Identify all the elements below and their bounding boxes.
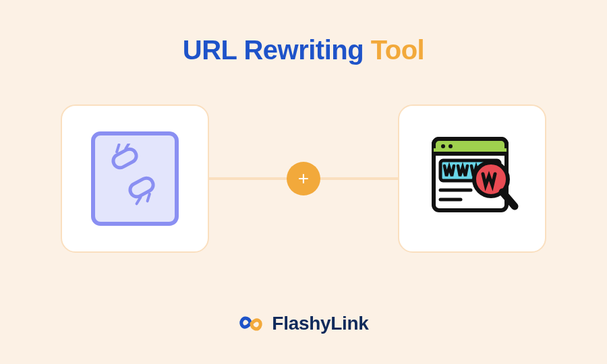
right-card: [398, 104, 546, 253]
illustration-row: +: [61, 104, 546, 253]
infinity-logo-icon: [238, 313, 264, 334]
svg-point-7: [449, 144, 453, 148]
title-secondary: Tool: [371, 35, 424, 65]
left-card: [61, 104, 209, 253]
svg-point-6: [441, 144, 445, 148]
www-search-icon: [420, 127, 525, 231]
footer-brand: FlashyLink: [0, 313, 607, 334]
page-title: URL Rewriting Tool: [0, 0, 607, 65]
title-primary: URL Rewriting: [183, 35, 364, 65]
brand-name: FlashyLink: [272, 313, 368, 334]
svg-rect-0: [111, 147, 138, 171]
plus-icon: +: [287, 162, 320, 195]
plus-symbol: +: [298, 169, 309, 188]
broken-link-icon: [91, 131, 179, 226]
svg-rect-1: [127, 176, 155, 200]
